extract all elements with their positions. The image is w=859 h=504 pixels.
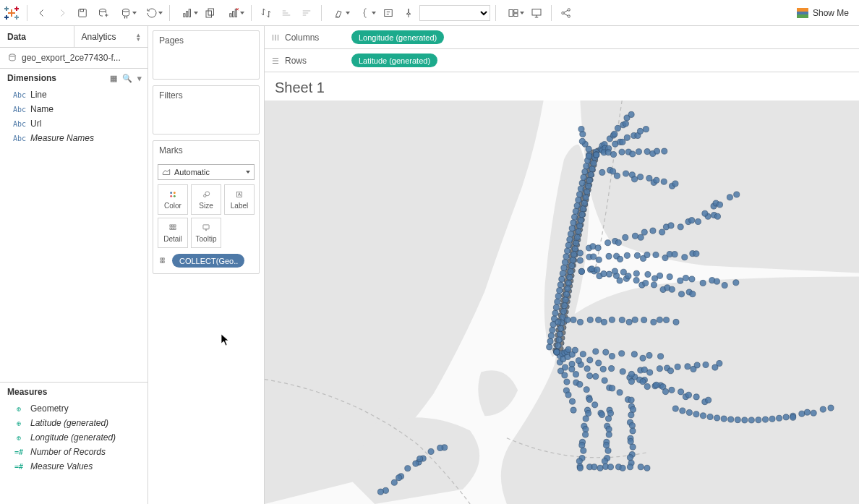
clear-sheet-button[interactable] <box>221 4 246 22</box>
svg-point-334 <box>569 398 575 404</box>
svg-point-360 <box>610 385 615 391</box>
svg-point-456 <box>667 368 673 374</box>
svg-point-333 <box>565 392 571 398</box>
svg-point-446 <box>685 392 691 398</box>
svg-point-416 <box>628 412 634 418</box>
svg-point-293 <box>651 282 657 288</box>
svg-rect-30 <box>174 225 176 226</box>
svg-point-379 <box>565 346 571 352</box>
fit-select[interactable] <box>419 5 490 21</box>
svg-point-521 <box>663 317 669 323</box>
main-toolbar: Show Me <box>0 0 859 26</box>
svg-point-157 <box>555 343 561 349</box>
dimension-field[interactable]: AbcLine <box>0 87 148 102</box>
swap-button[interactable] <box>257 4 275 22</box>
measure-field[interactable]: =#Number of Records <box>0 445 148 459</box>
svg-point-497 <box>437 445 443 450</box>
columns-pill[interactable]: Longitude (generated) <box>351 30 444 44</box>
svg-point-479 <box>777 415 782 421</box>
map-view[interactable] <box>265 101 859 504</box>
data-pane: Data Analytics ▴▾ geo_export_2ce77430-f.… <box>0 26 148 504</box>
marks-type-select[interactable]: Automatic <box>158 164 255 180</box>
svg-point-465 <box>680 408 685 414</box>
datapane-menu-icon[interactable]: ▾ <box>137 74 142 83</box>
datasource-row[interactable]: geo_export_2ce77430-f... <box>0 48 148 69</box>
measure-field[interactable]: =#Measure Values <box>0 459 148 474</box>
redo-button[interactable] <box>53 4 72 22</box>
pause-updates-button[interactable] <box>114 4 138 22</box>
columns-shelf[interactable]: Columns Longitude (generated) <box>265 26 859 49</box>
new-datasource-button[interactable] <box>93 4 112 22</box>
svg-point-271 <box>624 252 630 258</box>
search-fields-icon[interactable]: 🔍 <box>122 74 132 83</box>
view-data-icon[interactable]: ▦ <box>110 74 117 83</box>
svg-point-361 <box>617 390 623 396</box>
svg-point-18 <box>568 8 570 10</box>
sort-desc-button[interactable] <box>297 4 316 22</box>
filters-shelf[interactable]: Filters <box>153 85 260 134</box>
pages-shelf[interactable]: Pages <box>153 30 260 80</box>
svg-point-184 <box>584 189 590 195</box>
share-button[interactable] <box>557 4 576 22</box>
marks-detail-button[interactable]: Detail <box>158 218 188 248</box>
svg-point-172 <box>570 257 576 263</box>
dimension-field[interactable]: AbcName <box>0 102 148 116</box>
measure-field[interactable]: ⊕Longitude (generated) <box>0 430 148 445</box>
tab-analytics[interactable]: Analytics ▴▾ <box>74 26 148 47</box>
svg-point-263 <box>714 213 720 219</box>
marks-label-button[interactable]: Label <box>224 184 255 215</box>
svg-point-407 <box>606 432 612 437</box>
marks-color-button[interactable]: Color <box>158 184 188 215</box>
new-sheet-button[interactable] <box>175 4 200 22</box>
dimension-field[interactable]: AbcMeasure Names <box>0 131 148 145</box>
svg-point-435 <box>644 465 650 471</box>
svg-point-26 <box>205 192 210 196</box>
svg-point-160 <box>558 325 564 331</box>
svg-point-486 <box>820 406 826 412</box>
dimension-field[interactable]: AbcUrl <box>0 116 148 131</box>
svg-point-516 <box>626 319 632 325</box>
detail-mini-icon <box>158 256 169 266</box>
refresh-button[interactable] <box>140 4 164 22</box>
highlight-button[interactable] <box>327 4 351 22</box>
pin-button[interactable] <box>399 4 418 22</box>
datasource-icon <box>7 53 17 63</box>
sheet-title[interactable]: Sheet 1 <box>265 72 859 101</box>
svg-point-148 <box>576 197 581 203</box>
svg-point-510 <box>577 319 583 325</box>
svg-point-315 <box>700 280 706 286</box>
tab-data[interactable]: Data <box>0 26 74 47</box>
group-button[interactable] <box>353 4 377 22</box>
show-cards-button[interactable] <box>501 4 526 22</box>
measure-field[interactable]: ⊕Latitude (generated) <box>0 416 148 430</box>
svg-point-355 <box>584 366 590 372</box>
svg-rect-38 <box>163 261 164 262</box>
svg-point-522 <box>673 319 679 325</box>
marks-detail-pill[interactable]: COLLECT(Geo.. <box>172 254 244 268</box>
presentation-button[interactable] <box>527 4 546 22</box>
svg-point-147 <box>574 202 580 208</box>
undo-button[interactable] <box>33 4 51 22</box>
svg-point-135 <box>560 270 565 276</box>
marks-size-button[interactable]: Size <box>191 184 221 215</box>
worksheet-area: Columns Longitude (generated) Rows Latit… <box>264 26 859 504</box>
svg-point-513 <box>601 319 607 325</box>
show-me-label: Show Me <box>813 8 849 18</box>
svg-point-508 <box>565 317 570 323</box>
rows-shelf[interactable]: Rows Latitude (generated) <box>265 49 859 72</box>
show-me-button[interactable]: Show Me <box>791 6 855 20</box>
duplicate-sheet-button[interactable] <box>201 4 220 22</box>
sort-asc-button[interactable] <box>277 4 296 22</box>
svg-point-518 <box>641 317 647 323</box>
svg-point-489 <box>413 461 419 466</box>
svg-point-170 <box>568 268 573 274</box>
measure-field[interactable]: ⊕Geometry <box>0 401 148 416</box>
save-button[interactable] <box>73 4 92 22</box>
svg-point-179 <box>578 218 584 223</box>
svg-point-224 <box>644 149 650 155</box>
svg-rect-12 <box>385 9 393 16</box>
svg-point-122 <box>547 344 552 350</box>
show-labels-button[interactable] <box>379 4 398 22</box>
rows-pill[interactable]: Latitude (generated) <box>351 54 437 67</box>
marks-tooltip-button[interactable]: Tooltip <box>191 218 221 248</box>
